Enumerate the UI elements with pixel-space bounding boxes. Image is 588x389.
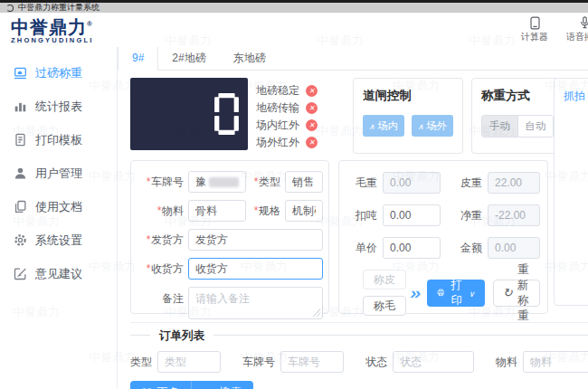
filter-type-input[interactable] — [157, 351, 221, 373]
mode-auto-option[interactable]: 自动 — [517, 116, 553, 137]
shipper-label: 发货方 — [138, 232, 184, 248]
price-label: 单价 — [345, 241, 377, 256]
filter-plate-label: 车牌号 — [242, 355, 275, 370]
chevron-up-icon — [418, 120, 424, 131]
sidebar-item-feedback[interactable]: 意见建议 — [0, 257, 117, 290]
app-logo: 中誉鼎力® ZHONGYUDINGLI — [11, 15, 94, 45]
type-label: 类型 — [246, 175, 280, 190]
status-error-icon — [306, 119, 318, 131]
filter-material-input[interactable] — [523, 351, 588, 373]
resize-handle-icon[interactable] — [313, 309, 320, 317]
scale-status-list: 地磅稳定 地磅传输 场内红外 场外红外 — [256, 78, 345, 151]
snapshot-panel: 抓拍 — [554, 78, 588, 306]
remark-textarea[interactable] — [188, 287, 323, 319]
app-header: 中誉鼎力® ZHONGYUDINGLI 计算器 语音播报 — [0, 13, 588, 47]
tare-label: 皮重 — [446, 176, 482, 191]
browser-tab[interactable]: 中誉鼎力称重计量系统 — [0, 3, 588, 13]
sidebar-item-user-management[interactable]: 用户管理 — [0, 157, 117, 190]
sidebar-item-label: 用户管理 — [35, 166, 82, 182]
order-filter-row: 类型 车牌号 状态 物料 — [130, 351, 588, 373]
required-mark — [146, 262, 150, 275]
sidebar-item-label: 统计报表 — [35, 99, 82, 115]
header-actions: 计算器 语音播报 — [503, 16, 588, 43]
voice-broadcast-label: 语音播报 — [566, 31, 588, 43]
remark-label: 备注 — [138, 291, 184, 307]
plate-blurred-text — [209, 177, 239, 187]
print-button[interactable]: 打印 — [427, 280, 485, 307]
scale-tabs: 9# 2#地磅 东地磅 — [118, 47, 588, 71]
sidebar-item-label: 系统设置 — [35, 232, 82, 249]
gross-label: 毛重 — [345, 176, 377, 191]
deduct-label: 扣吨 — [345, 208, 377, 223]
filter-status-input[interactable] — [393, 351, 474, 373]
vehicle-form-panel: 车牌号 豫 类型 物料 规格 发货方 — [130, 160, 329, 314]
required-mark — [146, 233, 150, 246]
calculator-button[interactable]: 计算器 — [521, 16, 548, 43]
app-window: 中誉鼎力称重计量系统 中誉鼎力® ZHONGYUDINGLI 计算器 语音播报 … — [0, 0, 588, 389]
spec-input[interactable] — [285, 200, 323, 222]
status-infrared-inside: 场内红外 — [256, 117, 345, 134]
filter-status-label: 状态 — [365, 355, 387, 370]
reweigh-button[interactable]: 重新称重 — [493, 280, 540, 307]
gate-control-title: 道闸控制 — [363, 88, 453, 104]
deduct-input[interactable] — [383, 204, 441, 226]
sidebar-item-settings[interactable]: 系统设置 — [0, 223, 117, 257]
plate-input[interactable]: 豫 — [188, 171, 246, 193]
sidebar-item-label: 使用文档 — [35, 199, 82, 215]
amount-input — [488, 237, 540, 259]
status-scale-transmit: 地磅传输 — [256, 100, 345, 117]
receiver-input[interactable] — [188, 258, 323, 280]
gate-inside-button[interactable]: 场内 — [363, 115, 404, 137]
sidebar-item-label: 过磅称重 — [35, 65, 82, 81]
spec-label: 规格 — [246, 204, 280, 219]
gate-control-panel: 道闸控制 场内 场外 — [353, 78, 463, 154]
required-mark — [146, 176, 150, 188]
order-list-title: 订单列表 — [150, 328, 213, 344]
sidebar-item-user-docs[interactable]: 使用文档 — [0, 190, 117, 223]
weigh-mode-title: 称重方式 — [481, 88, 554, 104]
search-button[interactable]: 搜索 — [191, 381, 253, 389]
tab-scale-east[interactable]: 东地磅 — [220, 47, 280, 70]
calculator-label: 计算器 — [521, 31, 548, 43]
sidebar-item-print-template[interactable]: 打印模板 — [0, 123, 117, 157]
chevron-down-icon — [469, 287, 475, 299]
registered-mark: ® — [87, 20, 93, 28]
logo-text: 中誉鼎力 — [11, 16, 87, 36]
type-input[interactable] — [285, 171, 323, 193]
filter-material-label: 物料 — [496, 355, 517, 370]
net-input — [488, 204, 540, 226]
sidebar-item-weighing[interactable]: 过磅称重 — [0, 56, 117, 90]
snapshot-link[interactable]: 抓拍 — [564, 90, 585, 102]
plate-label: 车牌号 — [138, 175, 184, 190]
weights-panel: 毛重 皮重 扣吨 净重 单价 — [338, 160, 548, 314]
price-input[interactable] — [383, 237, 441, 259]
bar-chart-icon — [14, 100, 27, 113]
sidebar-item-reports[interactable]: 统计报表 — [0, 90, 117, 123]
net-label: 净重 — [446, 208, 482, 223]
microphone-icon — [578, 16, 588, 30]
receiver-label: 收货方 — [138, 261, 184, 277]
sidebar: 过磅称重 统计报表 打印模板 用户管理 使用文档 系统设置 — [0, 47, 118, 389]
calculator-icon — [528, 16, 542, 30]
double-chevron-right-icon — [410, 283, 421, 303]
sidebar-item-label: 意见建议 — [35, 266, 82, 282]
status-infrared-outside: 场外红外 — [256, 134, 345, 151]
weigh-tare-button: 称皮 — [363, 270, 406, 289]
gate-outside-button[interactable]: 场外 — [412, 115, 453, 137]
more-button[interactable]: 更多 — [130, 381, 191, 389]
filter-plate-input[interactable] — [280, 351, 344, 373]
copy-document-icon — [14, 200, 27, 213]
browser-tab-title: 中誉鼎力称重计量系统 — [18, 3, 100, 13]
weigh-gross-button[interactable]: 称毛 — [363, 296, 406, 316]
mode-manual-option[interactable]: 手动 — [482, 116, 517, 137]
tab-scale-9[interactable]: 9# — [118, 47, 158, 71]
tab-scale-2[interactable]: 2#地磅 — [158, 47, 219, 70]
favicon-icon — [6, 5, 14, 12]
printer-icon — [437, 287, 445, 299]
material-input[interactable] — [188, 200, 246, 222]
required-mark — [253, 204, 258, 217]
voice-broadcast-button[interactable]: 语音播报 — [566, 16, 588, 43]
status-error-icon — [306, 85, 318, 97]
shipper-input[interactable] — [188, 229, 323, 251]
weighbridge-icon — [14, 66, 27, 80]
